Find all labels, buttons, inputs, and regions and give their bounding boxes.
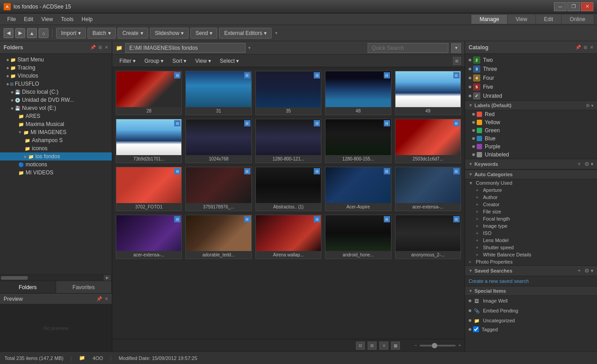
label-unlabeled[interactable]: Unlabeled — [465, 151, 597, 159]
gallery-item-14[interactable]: ⊟ acer-extensa-... — [395, 167, 461, 211]
tagged-checkbox[interactable] — [473, 326, 479, 332]
slideshow-button[interactable]: Slideshow ▾ — [150, 28, 189, 39]
view-button[interactable]: View ▾ — [192, 57, 215, 65]
tree-item-moticons[interactable]: 🔵 moticons — [0, 160, 112, 169]
tree-item-tracing[interactable]: ◆ 📁 Tracing — [0, 64, 112, 72]
forward-button[interactable]: ▶ — [15, 28, 25, 38]
tree-item-ashampoo[interactable]: 📁 Ashampoo S — [0, 136, 112, 144]
tree-item-maxima[interactable]: 📁 Maxima Musical — [0, 120, 112, 128]
scroll-right-btn[interactable]: ▶ — [104, 275, 111, 281]
label-blue[interactable]: Blue — [465, 134, 597, 143]
gallery-item-11[interactable]: ⊟ 3759178976_... — [185, 167, 251, 211]
tree-item-nuevo-e[interactable]: ◆ 💾 Nuevo vol (E:) — [0, 104, 112, 112]
rating-two[interactable]: 2 Two — [465, 56, 597, 65]
keywords-gear-icon[interactable]: ⚙ ▾ — [584, 161, 593, 167]
path-dropdown-arrow[interactable]: ▾ — [248, 45, 250, 50]
menu-tools[interactable]: Tools — [57, 15, 77, 24]
tree-item-dvdrw[interactable]: ◆ 💿 Unidad de DVD RW... — [0, 96, 112, 104]
cat-lensmodel[interactable]: + Lens Model — [465, 237, 597, 244]
gallery-item-16[interactable]: ⊟ adorable_tedd... — [185, 215, 251, 259]
gallery-item-7[interactable]: ⊟ 1280-800-121... — [255, 119, 321, 163]
catalog-pin-icon[interactable]: 📌 — [575, 45, 581, 50]
gallery-item-8[interactable]: ⊟ 1280-800-155... — [325, 119, 391, 163]
gallery-item-3[interactable]: ⊟ 48 — [325, 71, 391, 115]
menu-help[interactable]: Help — [78, 15, 97, 24]
catalog-expand-icon[interactable]: ⊞ — [584, 45, 587, 50]
gallery-item-0[interactable]: ⊟ 28 — [116, 71, 182, 115]
gallery-item-2[interactable]: ⊟ 35 — [255, 71, 321, 115]
rating-three[interactable]: 3 Three — [465, 65, 597, 74]
tree-item-flusflo[interactable]: ◆ ⊞ FLUSFLO — [0, 80, 112, 88]
window-controls[interactable]: ─ ❐ ✕ — [554, 2, 593, 11]
cat-whitebalance[interactable]: + White Balance Details — [465, 251, 597, 258]
tab-favorites[interactable]: Favorites — [56, 281, 112, 293]
preview-pin-icon[interactable]: 📌 — [97, 296, 102, 301]
tree-item-iconos[interactable]: 📁 iconos — [0, 144, 112, 152]
cat-photo-properties[interactable]: + Photo Properties — [465, 258, 597, 265]
preview-close-icon[interactable]: ✕ — [105, 296, 108, 301]
tree-item-disco-c[interactable]: ◆ 💾 Disco local (C:) — [0, 88, 112, 96]
tree-item-vinculos[interactable]: ◆ 📁 Vínculos — [0, 72, 112, 80]
special-uncategorized[interactable]: 📁 Uncategorized — [465, 316, 597, 325]
menu-edit[interactable]: Edit — [20, 15, 37, 24]
saved-searches-header[interactable]: ▼ Saved Searches + ⚙ ▾ — [465, 265, 597, 276]
tree-item-mi-imagenes[interactable]: ▼ 📁 MI IMAGENES — [0, 128, 112, 136]
scrollbar-thumb[interactable] — [1, 276, 28, 280]
label-yellow[interactable]: Yellow — [465, 118, 597, 126]
commonly-used-item[interactable]: ▼ Commonly Used — [465, 179, 597, 186]
label-purple[interactable]: Purple — [465, 143, 597, 151]
tab-view[interactable]: View — [507, 15, 536, 24]
search-input[interactable] — [368, 43, 448, 53]
gallery-item-5[interactable]: ⊟ 73b9d2b1701... — [116, 119, 182, 163]
sort-button[interactable]: Sort ▾ — [169, 57, 190, 65]
restore-button[interactable]: ❐ — [567, 2, 580, 11]
folders-pin-icon[interactable]: 📌 — [90, 45, 96, 50]
zoom-slider[interactable] — [420, 345, 456, 347]
horizontal-scrollbar[interactable]: ▶ — [0, 274, 112, 281]
back-button[interactable]: ◀ — [4, 28, 13, 38]
gallery-view-btn-2[interactable]: ⊞ — [368, 342, 377, 350]
gallery-item-15[interactable]: ⊟ acer-extensa-... — [116, 215, 182, 259]
minimize-button[interactable]: ─ — [554, 2, 566, 11]
gallery-item-18[interactable]: ⊟ android_hone... — [325, 215, 391, 259]
search-button[interactable]: ▾ — [451, 43, 461, 53]
saved-gear-icon[interactable]: ⚙ ▾ — [584, 268, 593, 274]
gallery-item-1[interactable]: ⊟ 31 — [185, 71, 251, 115]
folders-expand-icon[interactable]: ⊞ — [98, 45, 102, 50]
special-tagged[interactable]: Tagged — [465, 325, 597, 333]
special-embed-pending[interactable]: 📎 Embed Pending — [465, 306, 597, 316]
special-items-header[interactable]: ▼ Special Items — [465, 286, 597, 296]
gallery-item-19[interactable]: ⊟ anonymous_2-... — [395, 215, 461, 259]
rating-five[interactable]: 5 Five — [465, 82, 597, 91]
tree-item-mi-videos[interactable]: 📁 MI VIDEOS — [0, 169, 112, 177]
gallery-toggle-icon[interactable]: ⊞ — [453, 57, 461, 65]
keywords-add-icon[interactable]: + — [578, 161, 581, 167]
send-button[interactable]: Send ▾ — [190, 28, 217, 39]
gallery-view-btn-3[interactable]: ≡ — [379, 342, 388, 350]
cat-imagetype[interactable]: + Image type — [465, 222, 597, 230]
gallery-item-10[interactable]: ⊟ 3702_FOTO1 — [116, 167, 182, 211]
tab-manage[interactable]: Manage — [471, 15, 507, 24]
path-input[interactable] — [125, 43, 246, 53]
saved-add-icon[interactable]: + — [578, 268, 581, 274]
menu-file[interactable]: File — [4, 15, 19, 24]
tree-item-los-fondos[interactable]: ▶ 📁 los fondos — [0, 152, 112, 160]
cat-shutter[interactable]: + Shutter speed — [465, 244, 597, 251]
labels-section-header[interactable]: ▼ Labels (Default) ⚙ ▾ — [465, 100, 597, 110]
create-button[interactable]: Create ▾ — [118, 28, 148, 39]
group-button[interactable]: Group ▾ — [141, 57, 167, 65]
gallery-item-6[interactable]: ⊟ 1024x768 — [185, 119, 251, 163]
auto-categories-header[interactable]: ▼ Auto Categories — [465, 169, 597, 179]
tab-online[interactable]: Online — [561, 15, 593, 24]
label-green[interactable]: Green — [465, 126, 597, 134]
keywords-header[interactable]: ▼ Keywords + ⚙ ▾ — [465, 159, 597, 169]
gallery-view-btn-1[interactable]: ⊟ — [356, 342, 365, 350]
cat-focal[interactable]: + Focal length — [465, 215, 597, 222]
folders-close-icon[interactable]: ✕ — [105, 45, 108, 50]
menu-view[interactable]: View — [38, 15, 57, 24]
filter-button[interactable]: Filter ▾ — [116, 57, 139, 65]
create-saved-search-link[interactable]: Create a new saved search — [469, 278, 529, 284]
special-image-well[interactable]: 🖼 Image Well — [465, 296, 597, 306]
gallery-item-4[interactable]: ⊟ 49 — [395, 71, 461, 115]
gallery-item-9[interactable]: ⊟ 2503dc1c6d7... — [395, 119, 461, 163]
